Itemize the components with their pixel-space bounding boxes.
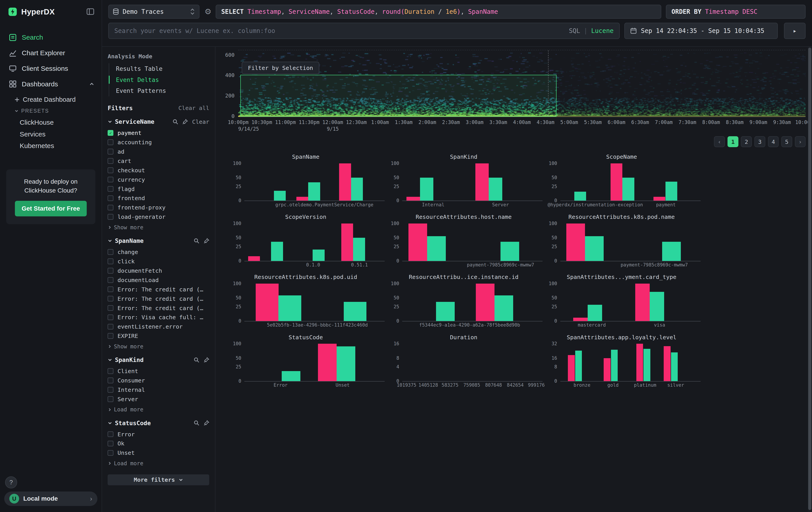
bar-green[interactable]: [337, 346, 355, 381]
heatmap-selection-box[interactable]: [240, 75, 556, 117]
gear-icon[interactable]: ⚙: [205, 7, 211, 16]
sidebar-item-search[interactable]: Search: [0, 30, 102, 45]
help-button[interactable]: ?: [5, 476, 17, 488]
checkbox-icon[interactable]: [108, 177, 113, 183]
bar-pink[interactable]: [573, 318, 588, 321]
scrollbar[interactable]: [808, 47, 812, 512]
mini-chart-plot[interactable]: [402, 283, 543, 321]
load-more-button[interactable]: Load more: [108, 460, 209, 466]
filter-group-header-StatusCode[interactable]: StatusCode: [108, 420, 209, 427]
bar-green[interactable]: [585, 236, 604, 261]
bar-green[interactable]: [494, 295, 513, 321]
filter-checkbox-Internal[interactable]: Internal: [108, 385, 209, 395]
checkbox-icon[interactable]: [108, 441, 113, 447]
checkbox-icon[interactable]: [108, 315, 113, 320]
filter-checkbox-Ok[interactable]: Ok: [108, 439, 209, 448]
filter-checkbox-Error-The-credit-card-[interactable]: Error: The credit card (…: [108, 294, 209, 303]
run-query-button[interactable]: ▸: [784, 23, 806, 39]
checkbox-icon[interactable]: [108, 431, 113, 437]
chevron-up-icon[interactable]: [89, 81, 94, 87]
show-more-button[interactable]: Show more: [108, 343, 209, 350]
pin-icon[interactable]: [204, 420, 209, 426]
load-more-button[interactable]: Load more: [108, 406, 209, 413]
filter-checkbox-frontend-proxy[interactable]: frontend-proxy: [108, 203, 209, 212]
checkbox-icon[interactable]: [108, 378, 113, 383]
bar-green[interactable]: [671, 352, 678, 381]
sidebar-item-dashboards[interactable]: Dashboards: [0, 76, 102, 92]
bar-pink[interactable]: [248, 256, 260, 261]
mini-chart-plot[interactable]: [402, 343, 543, 381]
mini-chart-plot[interactable]: [560, 223, 701, 261]
bar-green[interactable]: [662, 242, 681, 261]
analysis-mode-option-event-deltas[interactable]: Event Deltas: [109, 74, 209, 85]
bar-green[interactable]: [500, 242, 519, 261]
filter-by-selection-button[interactable]: Filter by Selection: [242, 62, 319, 74]
checkbox-icon[interactable]: [108, 214, 113, 220]
bar-green[interactable]: [650, 292, 664, 321]
checkbox-checked-icon[interactable]: ✓: [108, 130, 113, 136]
checkbox-icon[interactable]: [108, 368, 113, 374]
more-filters-button[interactable]: More filters: [108, 475, 209, 485]
checkbox-icon[interactable]: [108, 205, 113, 211]
mode-lucene[interactable]: Lucene: [591, 27, 614, 34]
get-started-button[interactable]: Get Started for Free: [15, 201, 87, 216]
bar-green[interactable]: [282, 371, 300, 381]
bar-pink[interactable]: [611, 163, 622, 201]
pagination-next[interactable]: ›: [795, 136, 806, 147]
mini-chart-plot[interactable]: [244, 223, 385, 261]
mini-chart-plot[interactable]: [560, 163, 701, 201]
bar-green[interactable]: [575, 351, 582, 381]
bar-pink[interactable]: [566, 223, 585, 261]
mini-chart-plot[interactable]: [560, 343, 701, 381]
checkbox-icon[interactable]: [108, 195, 113, 201]
bar-pink[interactable]: [475, 163, 489, 201]
checkbox-icon[interactable]: [108, 296, 113, 302]
filter-checkbox-currency[interactable]: currency: [108, 175, 209, 184]
analysis-mode-option-results-table[interactable]: Results Table: [109, 63, 209, 74]
checkbox-icon[interactable]: [108, 324, 113, 330]
pagination-page-1[interactable]: 1: [727, 136, 738, 147]
pagination-page-3[interactable]: 3: [754, 136, 765, 147]
date-range-picker[interactable]: Sep 14 22:04:35 - Sep 15 10:04:35: [624, 23, 778, 39]
pin-icon[interactable]: [204, 357, 209, 363]
filter-checkbox-documentLoad[interactable]: documentLoad: [108, 275, 209, 285]
preset-services[interactable]: Services: [0, 128, 102, 140]
filter-checkbox-Error-The-credit-card-[interactable]: Error: The credit card (…: [108, 303, 209, 313]
bar-green[interactable]: [574, 192, 586, 200]
filter-checkbox-Unset[interactable]: Unset: [108, 448, 209, 457]
filter-checkbox-Consumer[interactable]: Consumer: [108, 376, 209, 385]
preset-kubernetes[interactable]: Kubernetes: [0, 140, 102, 152]
checkbox-icon[interactable]: [108, 167, 113, 173]
search-icon[interactable]: [194, 357, 199, 363]
filter-checkbox-Error-Visa-cache-full-[interactable]: Error: Visa cache full: …: [108, 313, 209, 322]
checkbox-icon[interactable]: [108, 333, 113, 339]
pagination-page-4[interactable]: 4: [768, 136, 779, 147]
filter-group-header-SpanName[interactable]: SpanName: [108, 237, 209, 244]
filter-checkbox-EXPIRE[interactable]: EXPIRE: [108, 331, 209, 341]
filter-checkbox-load-generator[interactable]: load-generator: [108, 212, 209, 221]
bar-green[interactable]: [353, 238, 365, 261]
checkbox-icon[interactable]: [108, 186, 113, 192]
bar-green[interactable]: [643, 349, 650, 381]
bar-pink[interactable]: [654, 197, 665, 201]
bar-green[interactable]: [313, 249, 325, 261]
filter-group-header-SpanKind[interactable]: SpanKind: [108, 356, 209, 363]
checkbox-icon[interactable]: [108, 450, 113, 456]
bar-pink[interactable]: [296, 197, 309, 201]
checkbox-icon[interactable]: [108, 259, 113, 264]
collapse-sidebar-icon[interactable]: [86, 8, 94, 15]
mini-chart-plot[interactable]: [244, 283, 385, 321]
bar-pink[interactable]: [568, 355, 575, 381]
sidebar-item-client-sessions[interactable]: Client Sessions: [0, 61, 102, 76]
local-mode-pill[interactable]: U Local mode ›: [4, 491, 97, 506]
bar-pink[interactable]: [664, 346, 670, 381]
checkbox-icon[interactable]: [108, 268, 113, 274]
filter-checkbox-flagd[interactable]: flagd: [108, 184, 209, 194]
bar-green[interactable]: [344, 302, 367, 321]
order-by-input[interactable]: ORDER BY Timestamp DESC: [666, 5, 806, 19]
filter-checkbox-documentFetch[interactable]: documentFetch: [108, 266, 209, 275]
bar-green[interactable]: [308, 182, 320, 200]
scrollbar-thumb[interactable]: [808, 48, 811, 510]
mini-chart-plot[interactable]: [244, 163, 385, 201]
checkbox-icon[interactable]: [108, 387, 113, 393]
